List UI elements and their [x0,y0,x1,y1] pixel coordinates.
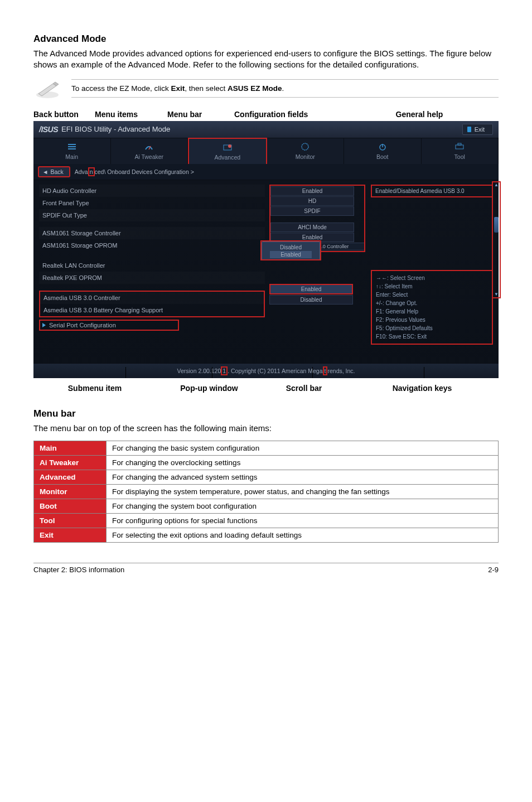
note-pre: To access the EZ Mode, click [71,84,171,93]
label-nav-keys: Navigation keys [346,384,499,393]
val-enabled1[interactable]: Enabled [270,186,354,196]
bios-titlebar: /ISUS EFI BIOS Utility - Advanced Mode E… [33,121,499,138]
tab-monitor[interactable]: Monitor [267,138,345,164]
right-column: ▲ ▼ Enabled/Disabled Asmedia USB 3.0 →←:… [367,180,499,363]
footer-hl1: 1 [221,366,228,375]
row-spdif[interactable]: SPDIF Out Type [39,209,265,221]
label-config-fields: Configuration fields [234,110,340,119]
exit-button[interactable]: Exit [462,124,493,135]
section1-title: Advanced Mode [33,33,499,45]
main-icon [33,142,110,151]
label-submenu: Submenu item [33,384,156,393]
nav-line-5: F2: Previous Values [376,316,488,324]
tv-ai: For changing the overclocking settings [107,455,499,470]
row-hd-audio[interactable]: HD Audio Controller [39,185,265,197]
tab-tool[interactable]: Tool [422,138,499,164]
svg-rect-3 [68,148,76,149]
note-post: . [282,84,284,93]
tab-advanced[interactable]: Advanced [188,138,267,164]
tv-mon: For displaying the system temperature, p… [107,484,499,499]
general-help-box: Enabled/Disabled Asmedia USB 3.0 [371,185,493,197]
back-button[interactable]: ◄ Back [38,166,70,177]
row-realtek-pxe[interactable]: Realtek PXE OPROM [39,272,265,284]
tab-boot[interactable]: Boot [344,138,422,164]
table-row: AdvancedFor changing the advanced system… [34,470,499,484]
row-front-panel[interactable]: Front Panel Type [39,197,265,209]
navigation-keys-box: →←: Select Screen ↑↓: Select Item Enter:… [371,270,493,345]
svg-rect-10 [456,145,463,149]
svg-point-0 [36,91,59,98]
table-row: Ai TweakerFor changing the overclocking … [34,455,499,470]
lbl-front-panel: Front Panel Type [39,200,265,206]
bios-tabs: Main Ai Tweaker Advanced Monitor Boot To… [33,138,499,164]
scroll-down-icon[interactable]: ▼ [494,292,499,297]
scroll-thumb[interactable] [494,217,499,233]
usb-group-outline: Asmedia USB 3.0 Controller Asmedia USB 3… [39,291,265,317]
label-popup: Pop-up window [156,384,262,393]
tk-main: Main [34,441,107,455]
label-menu-bar: Menu bar [167,110,234,119]
tv-boot: For changing the system boot configurati… [107,499,499,513]
bios-title: EFI BIOS Utility - Advanced Mode [61,125,170,133]
row-asm-ctrl[interactable]: ASM1061 Storage Controller [39,227,265,239]
svg-point-7 [302,143,308,150]
lbl-asm-ctrl: ASM1061 Storage Controller [39,230,265,236]
label-back-button: Back button [33,110,95,119]
tk-mon: Monitor [34,484,107,499]
tab-ai-tweaker[interactable]: Ai Tweaker [111,138,188,164]
val-usb-enabled[interactable]: Enabled [269,284,353,294]
row-usb30-batt[interactable]: Asmedia USB 3.0 Battery Charging Support [40,304,264,316]
note-text: To access the EZ Mode, click Exit, then … [71,79,499,98]
back-label: Back [50,168,63,175]
note-bold1: Exit [171,84,185,93]
row-serial-submenu[interactable]: Serial Port Configuration [39,320,179,331]
val-spdif[interactable]: SPDIF [270,206,354,216]
svg-rect-11 [458,143,461,145]
crumb-post: ced\ Onboard Devices Configuration > [95,168,194,175]
nav-line-7: F10: Save ESC: Exit [376,332,488,341]
section2-body: The menu bar on top of the screen has th… [33,423,499,434]
menubar-table: MainFor changing the basic system config… [33,441,499,543]
nav-line-2: Enter: Select [376,291,488,299]
note-row: To access the EZ Mode, click Exit, then … [33,78,499,100]
section2-title: Menu bar [33,408,499,419]
tk-adv: Advanced [34,470,107,484]
nav-line-0: →←: Select Screen [376,274,488,282]
val-hd[interactable]: HD [270,196,354,206]
label-general-help: General help [340,110,499,119]
crumb-pre: Adva [75,168,88,175]
page-footer: Chapter 2: BIOS information 2-9 [33,563,499,574]
table-row: BootFor changing the system boot configu… [34,499,499,513]
popup-outline [260,240,321,260]
table-row: ExitFor selecting the exit options and l… [34,528,499,542]
row-asm-oprom[interactable]: ASM1061 Storage OPROM [39,239,265,252]
nav-line-3: +/-: Change Opt. [376,299,488,307]
scrollbar[interactable]: ▲ ▼ [492,181,501,298]
section1-body: The Advanced Mode provides advanced opti… [33,48,499,71]
table-row: ToolFor configuring options for special … [34,513,499,528]
val-ahci[interactable]: AHCI Mode [270,223,354,232]
row-realtek-lan[interactable]: Realtek LAN Controller [39,259,265,272]
tk-ai: Ai Tweaker [34,455,107,470]
top-labels-row: Back button Menu items Menu bar Configur… [33,110,499,119]
footer-left: Chapter 2: BIOS information [33,566,124,574]
exit-icon [467,127,471,132]
footer-mid: . Copyright (C) 2011 American Mega [228,368,322,374]
svg-rect-2 [68,146,76,147]
boot-icon [344,142,421,151]
nav-line-1: ↑↓: Select Item [376,282,488,291]
tab-main[interactable]: Main [33,138,111,164]
bios-body: HD Audio Controller Front Panel Type SPD… [33,180,499,363]
tab-boot-label: Boot [376,153,389,160]
footer-right: 2-9 [488,566,499,574]
scroll-up-icon[interactable]: ▲ [494,182,499,188]
tk-tool: Tool [34,513,107,528]
advanced-icon [189,143,266,152]
row-usb30[interactable]: Asmedia USB 3.0 Controller [40,292,264,304]
svg-rect-1 [68,144,76,145]
nav-line-6: F5: Optimized Defaults [376,324,488,332]
mid-column: Enabled HD SPDIF AHCI Mode Enabled Asmed… [267,180,367,363]
monitor-icon [267,142,344,151]
val-usb-disabled[interactable]: Disabled [269,295,353,305]
svg-point-6 [228,144,231,148]
